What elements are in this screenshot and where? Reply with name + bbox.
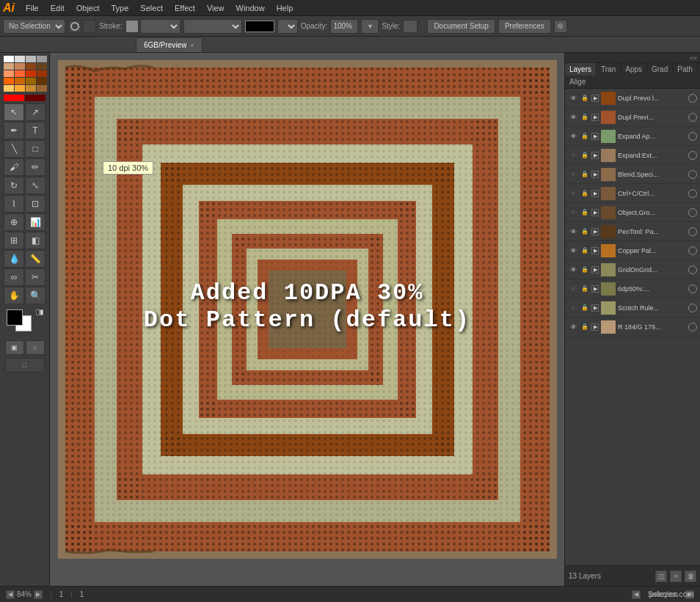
layer-lock-5[interactable]: 🔒 [580,189,589,198]
layer-lock-6[interactable]: 🔒 [580,208,589,217]
layer-item-7[interactable]: 👁 🔒 ▶ PenTool: Pa... [565,222,700,241]
layer-lock-0[interactable]: 🔒 [580,94,589,103]
scissors-tool[interactable]: ✂ [25,268,45,286]
layer-circle-0[interactable] [688,94,697,103]
layer-expand-4[interactable]: ▶ [591,171,599,178]
layer-visibility-3[interactable]: 👁 [568,150,578,161]
hand-tool[interactable]: ✋ [4,287,24,304]
layer-item-12[interactable]: 👁 🔒 ▶ R 184/G 179... [565,317,700,337]
layer-visibility-10[interactable]: 👁 [568,284,578,294]
swap-colors-icon[interactable] [36,309,43,315]
layer-visibility-9[interactable]: 👁 [568,265,578,275]
menu-help[interactable]: Help [271,2,299,14]
make-sublayer-icon[interactable]: ◫ [655,570,667,582]
tab-close-button[interactable]: × [190,42,194,49]
layer-expand-5[interactable]: ▶ [591,190,599,197]
layer-lock-3[interactable]: 🔒 [580,151,589,160]
color-dropdown[interactable] [277,19,298,34]
document-setup-button[interactable]: Document Setup [427,19,495,34]
layer-expand-12[interactable]: ▶ [591,323,599,331]
tab-alige[interactable]: Alige [565,76,591,88]
layer-visibility-4[interactable]: 👁 [568,169,578,180]
menu-window[interactable]: Window [231,2,270,14]
layer-item-6[interactable]: 👁 🔒 ▶ Object,Gro... [565,203,700,222]
menu-object[interactable]: Object [71,2,105,14]
layer-lock-12[interactable]: 🔒 [580,323,589,331]
menu-file[interactable]: File [21,2,44,14]
layer-expand-0[interactable]: ▶ [591,95,599,102]
delete-layer-icon[interactable]: 🗑 [685,570,696,582]
tab-grad[interactable]: Grad [647,63,673,76]
line-tool[interactable]: ╲ [4,140,24,158]
tab-layers[interactable]: Layers [565,63,597,76]
layer-visibility-11[interactable]: 👁 [568,303,578,313]
stroke-select[interactable] [140,19,181,34]
pencil-tool[interactable]: ✏ [25,158,45,176]
layer-lock-1[interactable]: 🔒 [580,113,589,122]
layer-visibility-8[interactable]: 👁 [568,246,578,256]
graph-tool[interactable]: 📊 [25,213,45,231]
selection-dropdown[interactable]: No Selection [3,19,65,34]
layer-lock-9[interactable]: 🔒 [580,265,589,274]
layer-item-0[interactable]: 👁 🔒 ▶ Dupl Prevo l... [565,89,700,108]
layer-item-3[interactable]: 👁 🔒 ▶ Expand:Ext... [565,146,700,165]
rotate-tool[interactable]: ↻ [4,177,24,194]
measure-tool[interactable]: 📏 [25,250,45,268]
screen-mode-button[interactable]: □ [5,358,45,372]
layer-visibility-0[interactable]: 👁 [568,93,578,103]
free-transform-tool[interactable]: ⊡ [25,195,45,213]
layer-visibility-7[interactable]: 👁 [568,227,578,237]
document-tab[interactable]: 6GB/Preview × [136,37,203,52]
layer-item-11[interactable]: 👁 🔒 ▶ Scotch Rule... [565,298,700,317]
layer-circle-5[interactable] [688,189,697,198]
layer-visibility-5[interactable]: 👁 [568,188,578,199]
layer-expand-11[interactable]: ▶ [591,304,599,312]
collapse-icon[interactable]: «» [690,54,697,62]
tab-apps[interactable]: Apps [621,63,647,76]
color-swatch[interactable] [245,21,274,32]
type-tool[interactable]: T [25,122,45,139]
layer-visibility-6[interactable]: 👁 [568,208,578,218]
layer-expand-9[interactable]: ▶ [591,266,599,274]
menu-effect[interactable]: Effect [169,2,200,14]
layer-circle-3[interactable] [688,151,697,160]
opacity-input[interactable] [330,19,358,34]
gradient-tool[interactable]: ◧ [25,232,45,249]
layer-expand-7[interactable]: ▶ [591,228,599,235]
tab-path[interactable]: Path [673,63,698,76]
layer-expand-8[interactable]: ▶ [591,247,599,254]
layer-circle-10[interactable] [688,285,697,293]
scale-tool[interactable]: ⤡ [25,177,45,194]
layer-item-5[interactable]: 👁 🔒 ▶ Ctrl+C/Ctrl... [565,184,700,203]
direct-selection-tool[interactable]: ↗ [25,103,45,121]
mesh-tool[interactable]: ⊞ [4,232,24,249]
layer-circle-12[interactable] [688,323,697,331]
layer-lock-2[interactable]: 🔒 [580,132,589,141]
warp-tool[interactable]: ⌇ [4,195,24,213]
canvas[interactable]: Added 10DPA 30% Dot Pattern (default) [58,60,557,559]
zoom-left-arrow[interactable]: ◀ [6,590,15,599]
eyedropper-tool[interactable]: 💧 [4,250,24,268]
layer-item-4[interactable]: 👁 🔒 ▶ Blend,Speci... [565,165,700,184]
layer-circle-1[interactable] [688,113,697,122]
menu-type[interactable]: Type [106,2,134,14]
stroke-icon[interactable]: ○ [26,340,45,355]
preferences-button[interactable]: Preferences [498,19,551,34]
layer-visibility-12[interactable]: 👁 [568,322,578,332]
layer-item-1[interactable]: 👁 🔒 ▶ Dupl Previ... [565,108,700,127]
layer-circle-11[interactable] [688,304,697,312]
zoom-right-arrow[interactable]: ▶ [34,590,43,599]
layer-circle-4[interactable] [688,170,697,179]
layer-visibility-2[interactable]: 👁 [568,131,578,142]
status-left-arrow[interactable]: ◀ [632,590,641,599]
selection-tool[interactable]: ↖ [4,103,24,121]
menu-edit[interactable]: Edit [45,2,70,14]
layer-lock-7[interactable]: 🔒 [580,227,589,236]
layer-lock-4[interactable]: 🔒 [580,170,589,179]
layer-item-2[interactable]: 👁 🔒 ▶ Expand Ap... [565,127,700,146]
layer-circle-8[interactable] [688,246,697,255]
fill-icon[interactable]: ▣ [5,340,24,355]
layer-lock-10[interactable]: 🔒 [580,285,589,293]
layer-item-9[interactable]: 👁 🔒 ▶ GridOnGrid... [565,260,700,279]
layer-visibility-1[interactable]: 👁 [568,112,578,122]
